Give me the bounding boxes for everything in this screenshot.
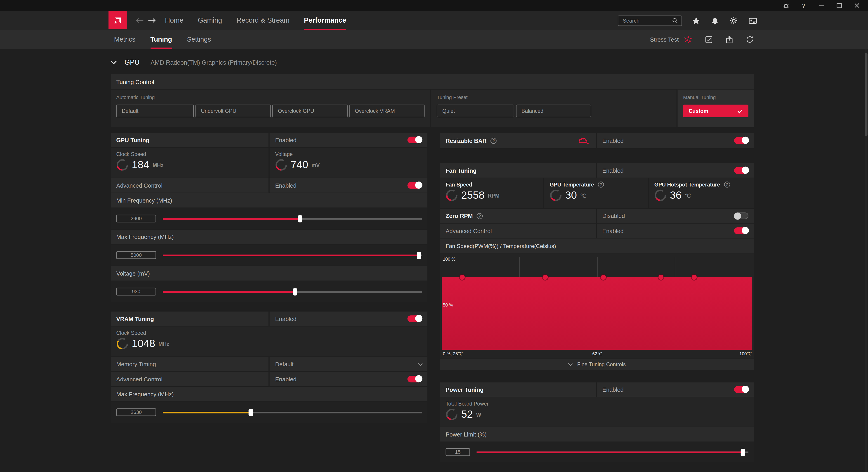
gpu-hotspot-gauge-icon — [654, 189, 666, 201]
total-board-power-cell: Total Board Power 52 W — [440, 398, 754, 427]
fan-curve-point[interactable] — [692, 275, 697, 280]
overclock-gpu-button[interactable]: Overclock GPU — [272, 105, 348, 117]
voltage-slider[interactable] — [163, 288, 422, 295]
gpu-hotspot-temperature-cell: GPU Hotspot Temperature 36 ℃ — [649, 178, 754, 208]
vram-max-frequency-slider[interactable] — [163, 409, 422, 416]
fan-advanced-control-toggle[interactable] — [734, 227, 748, 234]
performance-subnav: Metrics Tuning Settings Stress Test — [0, 30, 868, 49]
vram-tuning-state-label: Enabled — [275, 315, 296, 322]
zero-rpm-toggle[interactable] — [734, 213, 748, 219]
search-input[interactable] — [622, 17, 672, 24]
voltage-input[interactable]: 930 — [116, 288, 156, 295]
resizable-bar-toggle[interactable] — [734, 137, 748, 144]
balanced-button[interactable]: Balanced — [516, 105, 591, 117]
vram-clock-speed-cell: Clock Speed 1048 MHz — [111, 326, 428, 356]
voltage-slider-handle[interactable] — [293, 288, 297, 295]
back-arrow-icon[interactable] — [133, 11, 146, 30]
maximize-icon[interactable] — [835, 2, 843, 9]
gpu-hotspot-help-icon[interactable] — [724, 182, 730, 188]
tab-metrics[interactable]: Metrics — [114, 30, 135, 49]
amd-logo[interactable] — [108, 11, 127, 29]
gpu-temperature-help-icon[interactable] — [598, 182, 604, 188]
vram-tuning-header-row: VRAM Tuning — [111, 312, 269, 326]
favorites-star-icon[interactable] — [691, 16, 701, 25]
fan-curve-point[interactable] — [659, 275, 664, 280]
total-board-power-value: 52 — [461, 408, 473, 420]
vram-advanced-control-toggle[interactable] — [407, 376, 422, 382]
check-icon — [737, 109, 743, 113]
memory-timing-dropdown[interactable]: Default — [270, 357, 428, 371]
default-button[interactable]: Default — [116, 105, 194, 117]
scrollbar-thumb[interactable] — [865, 53, 867, 136]
gpu-clock-speed-value: 184 — [132, 159, 149, 171]
vram-max-frequency-slider-handle[interactable] — [249, 409, 253, 416]
fan-tuning-toggle[interactable] — [734, 167, 748, 174]
close-icon[interactable] — [853, 2, 860, 9]
gpu-section-label: GPU — [125, 58, 140, 66]
min-frequency-input[interactable]: 2900 — [116, 215, 156, 222]
notifications-bell-icon[interactable] — [710, 16, 720, 25]
fan-curve-chart[interactable]: 100 % 50 % 0 %, 25℃ 62℃ 100℃ — [440, 253, 754, 358]
settings-gear-icon[interactable] — [729, 16, 739, 25]
nav-item-home[interactable]: Home — [165, 11, 184, 30]
custom-button[interactable]: Custom — [683, 105, 748, 117]
zero-rpm-help-icon[interactable] — [477, 213, 483, 219]
vram-advanced-state-label: Enabled — [275, 376, 296, 382]
search-box[interactable] — [618, 15, 682, 26]
zero-rpm-label: Zero RPM — [445, 213, 473, 219]
forward-arrow-icon[interactable] — [146, 11, 158, 30]
nav-item-performance[interactable]: Performance — [304, 11, 346, 30]
fan-curve-plot[interactable] — [442, 257, 752, 350]
undervolt-gpu-button[interactable]: Undervolt GPU — [195, 105, 271, 117]
checklist-icon[interactable] — [704, 35, 713, 43]
tab-settings[interactable]: Settings — [187, 30, 211, 49]
gpu-advanced-control-label: Advanced Control — [116, 182, 162, 189]
vram-tuning-panel: VRAM Tuning Enabled Clock Speed 1048 MHz… — [111, 312, 428, 423]
search-icon[interactable] — [672, 18, 678, 24]
gpu-tuning-state-label: Enabled — [275, 137, 296, 143]
nav-item-gaming[interactable]: Gaming — [198, 11, 222, 30]
help-icon[interactable]: ? — [800, 2, 807, 9]
collapse-chevron-icon[interactable] — [111, 60, 117, 65]
account-card-icon[interactable] — [748, 16, 757, 25]
bug-report-icon[interactable] — [782, 2, 789, 9]
fan-curve-point[interactable] — [543, 275, 548, 280]
fine-tuning-controls-button[interactable]: Fine Tuning Controls — [440, 358, 754, 370]
fan-advanced-control-label: Advanced Control — [445, 227, 492, 234]
stress-test-icon — [684, 35, 692, 43]
vram-tuning-toggle[interactable] — [407, 315, 422, 322]
minimize-icon[interactable] — [817, 2, 825, 9]
tuning-control-header: Tuning Control — [111, 74, 754, 89]
min-frequency-slider-handle[interactable] — [298, 215, 303, 222]
min-frequency-slider[interactable] — [163, 215, 422, 222]
gpu-section-header[interactable]: GPU AMD Radeon(TM) Graphics (Primary/Dis… — [111, 55, 754, 70]
power-limit-slider[interactable] — [477, 448, 748, 456]
gpu-hotspot-temperature-unit: ℃ — [685, 192, 691, 198]
share-icon[interactable] — [725, 35, 734, 43]
vram-max-frequency-input[interactable]: 2630 — [116, 408, 156, 416]
fan-speed-label: Fan Speed — [445, 182, 537, 188]
stress-test-button[interactable]: Stress Test — [650, 35, 692, 43]
resizable-bar-enabled-row: Enabled — [597, 133, 754, 148]
scrollbar[interactable] — [865, 49, 867, 472]
fan-curve-point[interactable] — [460, 275, 465, 280]
tab-tuning[interactable]: Tuning — [150, 30, 172, 49]
resizable-bar-help-icon[interactable] — [491, 137, 497, 144]
gpu-tuning-toggle[interactable] — [407, 137, 422, 143]
tuning-preset-section: Tuning Preset Quiet Balanced — [430, 90, 677, 127]
overclock-vram-button[interactable]: Overclock VRAM — [349, 105, 425, 117]
power-limit-slider-handle[interactable] — [741, 448, 745, 456]
nav-item-record-stream[interactable]: Record & Stream — [237, 11, 289, 30]
quiet-button[interactable]: Quiet — [437, 105, 514, 117]
power-limit-input[interactable]: 15 — [445, 448, 470, 456]
smart-access-memory-icon — [578, 137, 590, 145]
automatic-tuning-label: Automatic Tuning — [116, 95, 425, 100]
dropdown-chevron-icon[interactable] — [418, 361, 423, 366]
fan-curve-point[interactable] — [601, 275, 606, 280]
max-frequency-input[interactable]: 5000 — [116, 251, 156, 259]
max-frequency-slider-handle[interactable] — [417, 252, 422, 259]
power-tuning-toggle[interactable] — [734, 386, 748, 393]
max-frequency-slider[interactable] — [163, 252, 422, 259]
reset-icon[interactable] — [745, 35, 754, 43]
gpu-advanced-control-toggle[interactable] — [407, 182, 422, 189]
